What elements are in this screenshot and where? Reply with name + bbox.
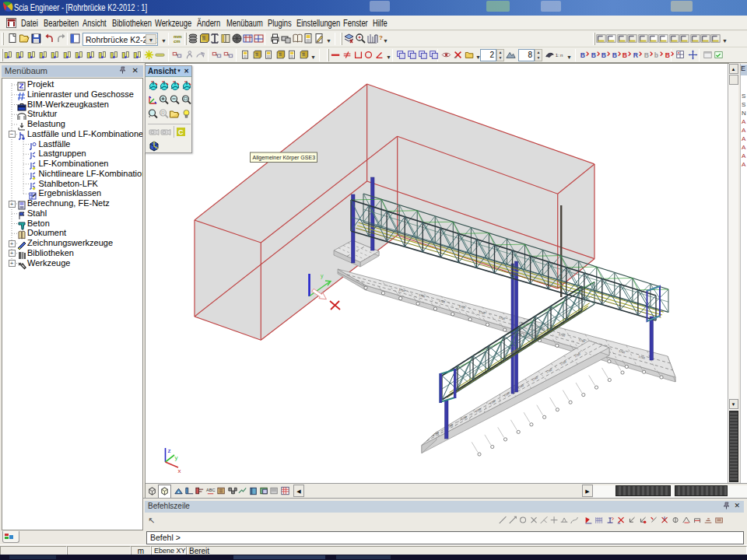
svg-text:y: y: [321, 273, 324, 279]
svg-text:R: R: [161, 110, 165, 116]
svg-text:R: R: [633, 51, 639, 59]
svg-text:C: C: [178, 128, 184, 136]
svg-text:1:: 1:: [556, 53, 559, 58]
svg-text:z: z: [168, 447, 171, 454]
svg-text:y: y: [175, 454, 178, 461]
svg-text:B: B: [580, 51, 585, 59]
svg-text:b: b: [654, 51, 658, 59]
svg-text:n: n: [560, 53, 563, 58]
svg-text:Allgemeiner Körper GSE3: Allgemeiner Körper GSE3: [253, 155, 316, 161]
svg-text:?: ?: [379, 34, 383, 41]
svg-text:cm: cm: [174, 39, 181, 44]
svg-text:B: B: [591, 51, 595, 59]
svg-text:B: B: [644, 51, 648, 59]
svg-text:B: B: [665, 51, 670, 59]
svg-text:ABC: ABC: [206, 488, 216, 492]
svg-text:B: B: [612, 51, 617, 59]
svg-text:B: B: [622, 51, 627, 59]
svg-text:B: B: [601, 51, 606, 59]
svg-text:x: x: [178, 467, 181, 474]
